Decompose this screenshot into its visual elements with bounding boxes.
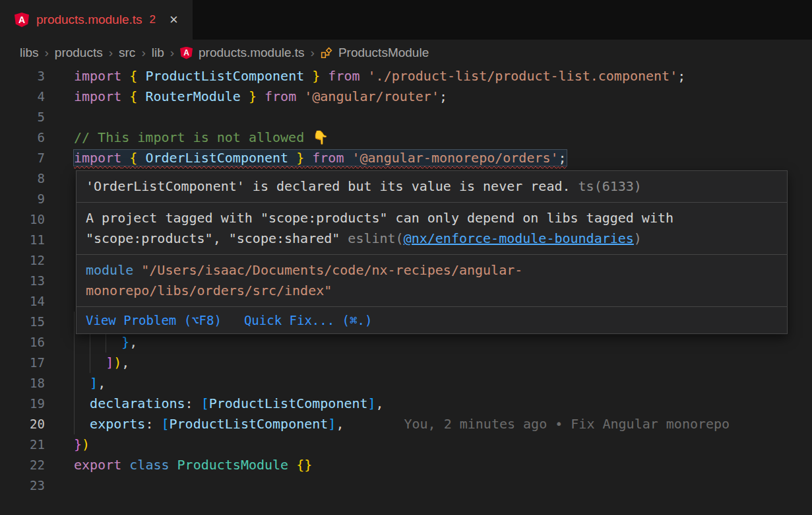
- line-number: 5: [0, 107, 45, 127]
- hover-text: 'OrderListComponent' is declared but its…: [86, 178, 571, 194]
- line-content: import { ProductListComponent } from './…: [74, 66, 685, 86]
- tab-problems-badge: 2: [150, 13, 156, 26]
- code-line-16[interactable]: 16 },: [0, 332, 812, 353]
- line-number: 17: [0, 353, 45, 373]
- indent-guide: [74, 332, 75, 353]
- git-blame-annotation: You, 2 minutes ago • Fix Angular monorep…: [404, 416, 730, 432]
- hover-section: 'OrderListComponent' is declared but its…: [77, 171, 787, 203]
- line-content: import { RouterModule } from '@angular/r…: [74, 86, 447, 107]
- line-content: // This import is not allowed 👇: [74, 127, 328, 148]
- hover-section: A project tagged with "scope:products" c…: [77, 203, 787, 255]
- problem-hover-popup: 'OrderListComponent' is declared but its…: [76, 170, 788, 334]
- hover-text-line: monorepo/libs/orders/src/index": [86, 281, 778, 301]
- indent-guide: [74, 414, 75, 434]
- hover-text: ts(6133): [571, 178, 642, 194]
- line-number: 16: [0, 332, 45, 353]
- line-number: 12: [0, 250, 45, 271]
- hover-sections: 'OrderListComponent' is declared but its…: [77, 171, 787, 307]
- line-number: 10: [0, 209, 45, 230]
- line-number: 3: [0, 66, 45, 86]
- class-symbol-icon: [321, 47, 332, 59]
- line-content: ]),: [74, 353, 129, 373]
- line-number: 15: [0, 312, 45, 332]
- breadcrumb-separator-icon: ›: [109, 46, 113, 60]
- breadcrumb-separator-icon: ›: [170, 46, 174, 60]
- line-content: export class ProductsModule {}: [74, 455, 312, 475]
- indent-guide: [90, 332, 90, 353]
- breadcrumb-item-src[interactable]: src: [119, 46, 135, 60]
- breadcrumb: libs›products›src›lib›Aproducts.module.t…: [0, 40, 812, 66]
- line-number: 22: [0, 455, 45, 475]
- breadcrumb-item-lib[interactable]: lib: [152, 46, 164, 60]
- code-line-17[interactable]: 17 ]),: [0, 353, 812, 373]
- line-content: },: [74, 332, 137, 353]
- indent-guide: [74, 373, 75, 394]
- line-content: import { OrderListComponent } from '@ang…: [74, 148, 567, 168]
- line-number: 21: [0, 434, 45, 455]
- hover-text-line: "scope:products", "scope:shared" eslint(…: [86, 228, 778, 249]
- code-line-23[interactable]: 23: [0, 475, 812, 496]
- line-content: ],: [74, 373, 106, 394]
- quick-fix-link[interactable]: Quick Fix... (⌘.): [244, 313, 372, 327]
- close-icon[interactable]: ×: [170, 13, 178, 27]
- breadcrumb-item-products-module-ts[interactable]: products.module.ts: [199, 46, 305, 60]
- line-number: 4: [0, 86, 45, 107]
- line-content: declarations: [ProductListComponent],: [74, 394, 384, 414]
- angular-file-icon: A: [15, 13, 29, 27]
- line-number: 7: [0, 148, 45, 168]
- hover-text: A project tagged with "scope:products" c…: [86, 210, 673, 226]
- hover-text: ): [634, 230, 642, 246]
- code-line-6[interactable]: 6// This import is not allowed 👇: [0, 127, 812, 148]
- line-number: 9: [0, 189, 45, 209]
- line-number: 13: [0, 271, 45, 291]
- indent-guide: [74, 353, 75, 373]
- code-line-7[interactable]: 7import { OrderListComponent } from '@an…: [0, 148, 812, 168]
- line-number: 20: [0, 414, 45, 434]
- hover-text: eslint(: [348, 230, 403, 246]
- hover-text-line: module "/Users/isaac/Documents/code/nx-r…: [86, 260, 778, 281]
- line-number: 6: [0, 127, 45, 148]
- line-number: 18: [0, 373, 45, 394]
- hover-text: "scope:products", "scope:shared": [86, 230, 348, 246]
- code-line-18[interactable]: 18 ],: [0, 373, 812, 394]
- code-line-19[interactable]: 19 declarations: [ProductListComponent],: [0, 394, 812, 414]
- indent-guide: [106, 332, 106, 353]
- hover-text: "/Users/isaac/Documents/code/nx-recipes/…: [133, 262, 522, 278]
- line-content: exports: [ProductListComponent],You, 2 m…: [74, 414, 730, 434]
- hover-text: monorepo/libs/orders/src/index": [86, 283, 332, 298]
- code-line-4[interactable]: 4import { RouterModule } from '@angular/…: [0, 86, 812, 107]
- line-number: 8: [0, 168, 45, 189]
- breadcrumb-item-products[interactable]: products: [55, 46, 103, 60]
- hover-text-line: 'OrderListComponent' is declared but its…: [86, 176, 778, 197]
- code-line-5[interactable]: 5: [0, 107, 812, 127]
- eslint-rule-link[interactable]: @nx/enforce-module-boundaries: [404, 230, 634, 246]
- line-number: 23: [0, 475, 45, 496]
- code-line-3[interactable]: 3import { ProductListComponent } from '.…: [0, 66, 812, 86]
- hover-text-line: A project tagged with "scope:products" c…: [86, 208, 778, 228]
- line-number: 11: [0, 230, 45, 250]
- angular-icon: A: [180, 47, 193, 59]
- line-number: 14: [0, 291, 45, 312]
- indent-guide: [74, 394, 75, 414]
- code-line-20[interactable]: 20 exports: [ProductListComponent],You, …: [0, 414, 812, 434]
- code-line-22[interactable]: 22export class ProductsModule {}: [0, 455, 812, 475]
- hover-status-bar: View Problem (⌥F8) Quick Fix... (⌘.): [77, 307, 787, 333]
- breadcrumb-item-productsmodule[interactable]: ProductsModule: [338, 46, 429, 60]
- breadcrumb-separator-icon: ›: [141, 46, 145, 60]
- indent-guide: [90, 353, 90, 373]
- line-content: }): [74, 434, 90, 455]
- tab-products-module-ts[interactable]: A products.module.ts 2 ×: [0, 0, 193, 40]
- hover-section: module "/Users/isaac/Documents/code/nx-r…: [77, 255, 787, 307]
- tab-bar: A products.module.ts 2 ×: [0, 0, 812, 40]
- angular-icon-letter: A: [18, 15, 25, 24]
- code-line-21[interactable]: 21}): [0, 434, 812, 455]
- hover-text: module: [86, 262, 133, 278]
- breadcrumb-item-libs[interactable]: libs: [20, 46, 39, 60]
- view-problem-link[interactable]: View Problem (⌥F8): [86, 313, 222, 327]
- indent-guide: [74, 312, 75, 332]
- error-squiggle-range: import { OrderListComponent } from '@ang…: [74, 150, 567, 166]
- breadcrumb-separator-icon: ›: [45, 46, 49, 60]
- tab-label: products.module.ts: [36, 13, 142, 27]
- line-number: 19: [0, 394, 45, 414]
- breadcrumb-separator-icon: ›: [311, 46, 315, 60]
